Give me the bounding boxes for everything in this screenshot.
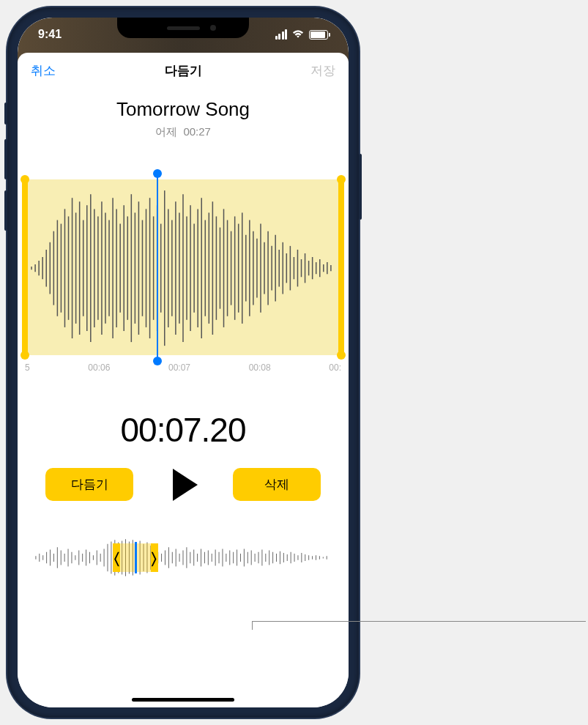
home-indicator[interactable] [132, 698, 234, 702]
callout-line [253, 621, 586, 622]
play-button[interactable] [173, 469, 198, 501]
timeline-ticks: 5 00:06 00:07 00:08 00: [25, 362, 341, 377]
trim-handle-end[interactable] [338, 179, 344, 355]
status-icons [275, 29, 329, 40]
overview-graphic [32, 538, 334, 578]
cancel-button[interactable]: 취소 [31, 62, 56, 79]
notch [117, 18, 249, 38]
volume-down [4, 190, 7, 231]
mute-switch [4, 103, 7, 124]
chevron-left-icon: 〈 [114, 551, 119, 565]
waveform-graphic [28, 179, 338, 357]
waveform-view[interactable]: 5 00:06 00:07 00:08 00: [18, 179, 349, 377]
overview-playhead[interactable] [135, 542, 137, 573]
wifi-icon [291, 29, 305, 40]
recording-subtitle: 어제 00:27 [18, 125, 349, 139]
playback-controls: 다듬기 삭제 [18, 468, 349, 501]
playhead[interactable] [157, 174, 158, 361]
nav-title: 다듬기 [165, 62, 202, 79]
trim-handle-start[interactable] [22, 179, 28, 355]
nav-bar: 취소 다듬기 저장 [18, 53, 349, 88]
trim-modal: 취소 다듬기 저장 Tomorrow Song 어제 00:27 [18, 53, 349, 707]
delete-button[interactable]: 삭제 [233, 468, 321, 501]
battery-icon [309, 30, 328, 40]
status-time: 9:41 [38, 28, 62, 41]
volume-up [4, 139, 7, 179]
tick-label: 5 [25, 362, 30, 377]
tick-label: 00:08 [249, 362, 271, 377]
tick-label: 00:06 [88, 362, 110, 377]
trim-button[interactable]: 다듬기 [45, 468, 133, 501]
cellular-icon [275, 29, 288, 40]
save-button: 저장 [310, 62, 335, 79]
recording-title: Tomorrow Song [18, 98, 349, 121]
chevron-right-icon: 〉 [152, 551, 157, 565]
phone-frame: 9:41 취소 다듬기 저장 Tomorrow Song [7, 7, 359, 718]
current-time: 00:07.20 [18, 410, 349, 450]
screen: 9:41 취소 다듬기 저장 Tomorrow Song [18, 18, 349, 707]
overview-waveform[interactable]: 〈 〉 [18, 538, 349, 578]
power-button [359, 154, 362, 220]
tick-label: 00:07 [168, 362, 190, 377]
tick-label: 00: [329, 362, 341, 377]
